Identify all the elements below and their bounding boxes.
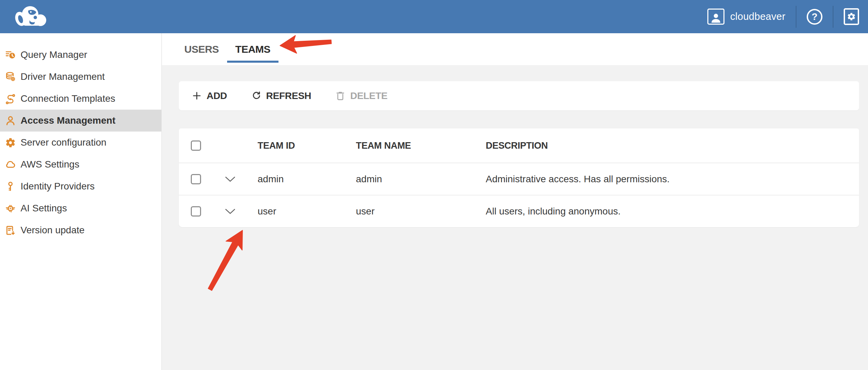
sidebar-item-access-management[interactable]: Access Management (0, 110, 161, 132)
access-management-icon (5, 115, 16, 126)
cell-description: Administrative access. Has all permissio… (475, 174, 859, 185)
sidebar-item-label: Connection Templates (21, 93, 115, 104)
delete-button[interactable]: DELETE (335, 90, 387, 101)
teams-table: TEAM ID TEAM NAME DESCRIPTION admin admi… (179, 128, 859, 227)
sidebar-item-version-update[interactable]: Version update (0, 219, 161, 241)
driver-management-icon (5, 71, 16, 83)
sidebar-item-ai-settings[interactable]: AI Settings (0, 197, 161, 219)
tab-label: TEAMS (235, 44, 271, 55)
version-update-icon (5, 225, 16, 236)
cell-team-id: user (247, 206, 346, 217)
sidebar-item-label: Driver Management (21, 71, 105, 82)
refresh-button-label: REFRESH (266, 90, 311, 101)
plus-icon (191, 90, 202, 101)
sidebar-item-identity-providers[interactable]: Identity Providers (0, 175, 161, 197)
tab-users[interactable]: USERS (176, 33, 227, 65)
sidebar-item-label: Query Manager (21, 49, 87, 60)
expand-chevron-down-icon[interactable] (224, 208, 236, 215)
table-row[interactable]: user user All users, including anonymous… (179, 195, 859, 227)
admin-sidebar: Query Manager Driver Management Connecti… (0, 33, 162, 370)
sidebar-item-connection-templates[interactable]: Connection Templates (0, 88, 161, 110)
gear-icon (847, 12, 856, 21)
question-icon: ? (811, 12, 817, 22)
cell-team-name: user (346, 206, 475, 217)
tab-label: USERS (184, 44, 219, 55)
sidebar-item-label: Server configuration (21, 137, 107, 148)
expand-chevron-down-icon[interactable] (224, 176, 236, 183)
cell-description: All users, including anonymous. (475, 206, 859, 217)
user-menu[interactable]: cloudbeaver (707, 9, 785, 25)
aws-settings-icon (5, 159, 16, 170)
refresh-icon (251, 90, 262, 101)
select-all-checkbox[interactable] (191, 140, 201, 151)
connection-templates-icon (5, 93, 16, 104)
username-label: cloudbeaver (730, 11, 785, 22)
header-divider (796, 6, 796, 28)
annotation-arrow-table-rows (199, 223, 257, 298)
row-checkbox[interactable] (191, 206, 201, 217)
column-header-team-id: TEAM ID (247, 140, 346, 151)
delete-button-label: DELETE (350, 90, 387, 101)
table-row[interactable]: admin admin Administrative access. Has a… (179, 163, 859, 195)
add-button[interactable]: ADD (191, 90, 227, 101)
sidebar-item-label: Version update (21, 225, 85, 236)
sidebar-item-query-manager[interactable]: Query Manager (0, 44, 161, 66)
sidebar-item-label: AI Settings (21, 203, 67, 214)
row-checkbox[interactable] (191, 174, 201, 184)
header-divider (833, 6, 833, 28)
refresh-button[interactable]: REFRESH (251, 90, 311, 101)
column-header-description: DESCRIPTION (475, 140, 859, 151)
sidebar-item-label: Identity Providers (21, 181, 95, 192)
sidebar-item-server-configuration[interactable]: Server configuration (0, 132, 161, 153)
tab-teams[interactable]: TEAMS (227, 33, 279, 65)
server-configuration-icon (5, 137, 16, 148)
sidebar-item-aws-settings[interactable]: AWS Settings (0, 153, 161, 175)
sidebar-item-label: Access Management (21, 115, 115, 126)
cell-team-name: admin (346, 174, 475, 185)
add-button-label: ADD (207, 90, 227, 101)
cloudbeaver-logo[interactable] (12, 3, 49, 30)
identity-providers-icon (5, 181, 16, 192)
query-manager-icon (5, 49, 16, 61)
sidebar-item-driver-management[interactable]: Driver Management (0, 66, 161, 88)
ai-settings-icon (5, 203, 16, 214)
teams-toolbar: ADD REFRESH DELETE (179, 81, 859, 110)
app-header: cloudbeaver ? (0, 0, 868, 33)
cell-team-id: admin (247, 174, 346, 185)
user-avatar-icon (707, 9, 724, 25)
settings-button[interactable] (844, 8, 859, 25)
table-header-row: TEAM ID TEAM NAME DESCRIPTION (179, 128, 859, 163)
column-header-team-name: TEAM NAME (346, 140, 475, 151)
trash-icon (335, 90, 346, 101)
help-button[interactable]: ? (807, 9, 822, 25)
sidebar-item-label: AWS Settings (21, 159, 79, 170)
access-management-tabbar: USERS TEAMS (162, 33, 868, 65)
